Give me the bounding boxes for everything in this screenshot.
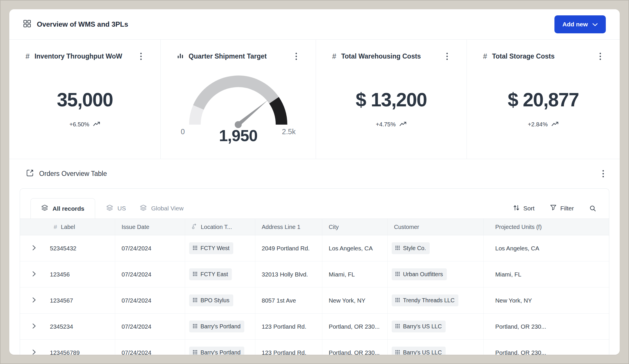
- cell-customer: Barry's US LLC: [388, 340, 484, 355]
- address-value: 123 Portland Rd.: [262, 349, 306, 355]
- kpi-card-inventory-throughput: # Inventory Throughput WoW 35,000 +6.50%: [9, 40, 160, 159]
- location-chip[interactable]: Barry's Portland: [189, 347, 244, 355]
- cell-customer: Barry's US LLC: [388, 314, 484, 339]
- kebab-menu-icon[interactable]: [293, 51, 299, 62]
- cell-projected-units: New York, NY: [484, 287, 609, 313]
- column-header-issue-date[interactable]: Issue Date: [115, 219, 185, 235]
- gauge-value: 1,950: [180, 126, 296, 145]
- location-chip[interactable]: BPO Stylus: [189, 294, 233, 306]
- orders-table-widget: All records US Glo: [20, 188, 609, 355]
- address-value: 8057 1st Ave: [262, 297, 296, 304]
- kpi-title: Total Storage Costs: [492, 52, 555, 60]
- row-expand-button[interactable]: [30, 295, 38, 306]
- customer-chip[interactable]: Urban Outfitters: [392, 268, 447, 280]
- location-value: FCTY East: [200, 271, 228, 278]
- orders-section-title-group: Orders Overview Table: [26, 169, 107, 179]
- location-value: Barry's Portland: [200, 349, 241, 355]
- location-chip[interactable]: Barry's Portland: [189, 321, 244, 332]
- tab-global-view[interactable]: Global View: [137, 198, 187, 219]
- cell-location: Barry's Portland: [185, 314, 255, 339]
- row-expand-button[interactable]: [30, 269, 38, 280]
- city-value: Los Angeles, CA: [329, 245, 373, 252]
- row-expand-button[interactable]: [30, 243, 38, 254]
- column-label: Projected Units (f): [495, 224, 542, 230]
- tab-label: Global View: [151, 205, 184, 212]
- location-chip[interactable]: FCTY West: [189, 242, 233, 254]
- table-row: 52345432 07/24/2024 FCTY West 2049 Portl…: [20, 235, 609, 261]
- search-icon[interactable]: [590, 205, 596, 212]
- cell-issue-date: 07/24/2024: [115, 340, 185, 355]
- customer-chip[interactable]: Barry's US LLC: [392, 347, 446, 355]
- kebab-menu-icon[interactable]: [600, 168, 606, 179]
- grid-dots-icon: [193, 271, 197, 278]
- table-row: 123456789 07/24/2024 Barry's Portland 12…: [20, 340, 609, 355]
- cell-address: 123 Portland Rd.: [255, 340, 322, 355]
- row-expand-button[interactable]: [30, 347, 38, 355]
- tab-all-records[interactable]: All records: [30, 198, 95, 219]
- chevron-right-icon: [32, 323, 36, 330]
- tab-label: All records: [53, 205, 84, 212]
- cell-customer: Urban Outfitters: [388, 261, 484, 287]
- cell-label: 123456789: [20, 340, 115, 355]
- kpi-title: Inventory Throughput WoW: [35, 52, 122, 60]
- sort-label: Sort: [523, 205, 535, 212]
- filter-button[interactable]: Filter: [550, 205, 574, 212]
- grid-dots-icon: [193, 323, 197, 330]
- chevron-right-icon: [32, 271, 36, 278]
- label-value: 123456: [50, 271, 70, 278]
- column-label: Location T...: [201, 224, 232, 230]
- layers-icon: [106, 205, 113, 212]
- city-value: Miami, FL: [329, 271, 355, 278]
- customer-chip[interactable]: Style Co.: [392, 242, 430, 254]
- customer-chip[interactable]: Barry's US LLC: [392, 321, 446, 332]
- grid-dots-icon: [193, 349, 197, 355]
- orders-section-title: Orders Overview Table: [39, 170, 107, 178]
- cell-city: Portland, OR 230...: [322, 314, 388, 339]
- kpi-delta-text: +6.50%: [69, 121, 89, 128]
- trend-up-icon: [93, 121, 100, 128]
- column-label: Label: [61, 224, 75, 230]
- dashboard-window: Overview of WMS and 3PLs Add new # Inven…: [9, 9, 620, 355]
- issue-date-value: 07/24/2024: [122, 245, 151, 252]
- cell-city: Portland, OR 230...: [322, 340, 388, 355]
- row-expand-button[interactable]: [30, 321, 38, 332]
- kebab-menu-icon[interactable]: [597, 51, 603, 62]
- location-chip[interactable]: FCTY East: [189, 268, 232, 280]
- cell-label: 52345432: [20, 235, 115, 261]
- tab-us[interactable]: US: [103, 198, 129, 219]
- trend-up-icon: [552, 121, 559, 128]
- cell-label: 2345234: [20, 314, 115, 339]
- location-value: FCTY West: [200, 245, 229, 252]
- kpi-delta: +2.84%: [483, 121, 603, 128]
- column-header-city[interactable]: City: [322, 219, 388, 235]
- column-header-location-type[interactable]: Location T...: [185, 219, 255, 235]
- column-header-address[interactable]: Address Line 1: [255, 219, 322, 235]
- cell-projected-units: Portland, OR 230...: [484, 340, 609, 355]
- column-header-projected-units[interactable]: Projected Units (f): [484, 219, 609, 235]
- column-header-customer[interactable]: Customer: [388, 219, 484, 235]
- sort-button[interactable]: Sort: [513, 205, 535, 212]
- column-label: Address Line 1: [262, 224, 300, 230]
- layers-icon: [41, 205, 48, 212]
- city-value: Portland, OR 230...: [329, 323, 379, 330]
- grid-dots-icon: [193, 297, 197, 304]
- bar-chart-icon: [177, 52, 184, 60]
- chevron-right-icon: [32, 245, 36, 252]
- kebab-menu-icon[interactable]: [138, 51, 144, 62]
- cell-city: Miami, FL: [322, 261, 388, 287]
- address-value: 32013 Holly Blvd.: [262, 271, 308, 278]
- lookup-icon: [191, 223, 197, 231]
- expand-icon: [26, 169, 34, 179]
- cell-city: New York, NY: [322, 287, 388, 313]
- add-new-button[interactable]: Add new: [554, 15, 606, 33]
- customer-chip[interactable]: Trendy Threads LLC: [392, 294, 458, 306]
- kpi-delta: +6.50%: [26, 121, 144, 128]
- customer-value: Urban Outfitters: [403, 271, 443, 278]
- kebab-menu-icon[interactable]: [444, 51, 450, 62]
- desktop-background: Overview of WMS and 3PLs Add new # Inven…: [0, 0, 629, 364]
- cell-customer: Style Co.: [388, 235, 484, 261]
- kpi-delta-text: +4.75%: [376, 121, 395, 128]
- cell-projected-units: Portland, OR 230...: [484, 314, 609, 339]
- location-value: BPO Stylus: [200, 297, 229, 304]
- column-header-label[interactable]: # Label: [20, 219, 115, 235]
